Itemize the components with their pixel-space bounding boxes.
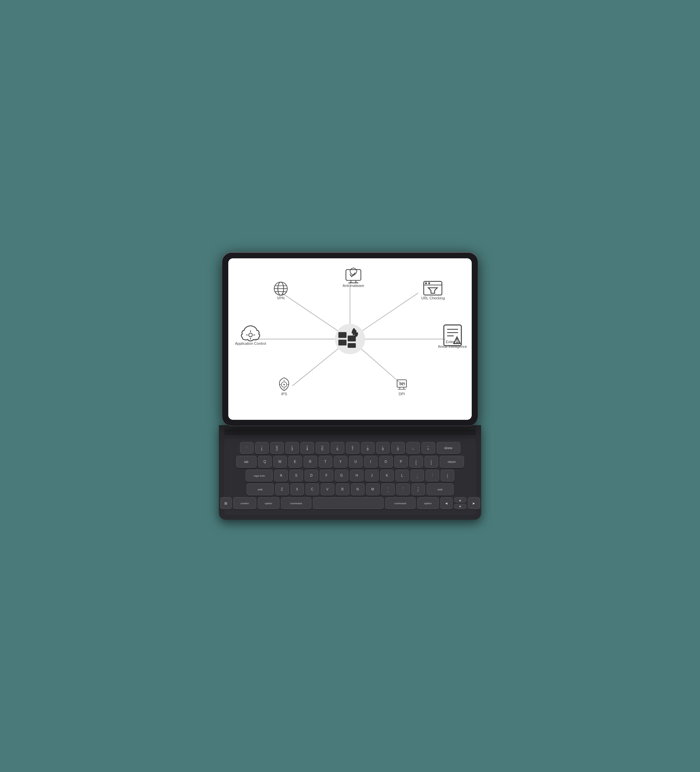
key-y[interactable]: Y	[334, 456, 347, 468]
vpn-node: VPN	[272, 277, 289, 300]
svg-point-36	[284, 384, 285, 385]
key-space[interactable]	[313, 497, 383, 509]
key-k[interactable]: K	[380, 469, 394, 482]
key-e[interactable]: E	[289, 456, 302, 468]
key-g[interactable]: G	[335, 469, 348, 482]
key-u[interactable]: U	[349, 456, 362, 468]
key-w[interactable]: W	[273, 456, 287, 468]
key-7[interactable]: &7	[346, 442, 359, 454]
key-n[interactable]: N	[351, 483, 364, 496]
key-command-left[interactable]: command	[281, 497, 311, 509]
key-backtick[interactable]: ~`	[240, 442, 253, 454]
key-9[interactable]: (9	[376, 442, 390, 454]
key-shift-left[interactable]: shift	[247, 483, 274, 496]
key-period[interactable]: >.	[397, 483, 410, 496]
key-quote[interactable]: "'	[426, 469, 439, 482]
key-tab[interactable]: tab	[237, 456, 256, 468]
svg-rect-29	[444, 325, 461, 346]
key-control[interactable]: control	[233, 497, 256, 509]
ips-node: IPS	[275, 373, 293, 396]
firewall-icon	[335, 324, 365, 354]
ips-icon	[275, 373, 293, 390]
key-8[interactable]: *8	[361, 442, 375, 454]
key-d[interactable]: D	[305, 469, 318, 482]
key-arrow-up[interactable]: ▲	[454, 497, 466, 503]
key-b[interactable]: B	[336, 483, 349, 496]
app-control-icon	[242, 322, 259, 340]
key-bracket-l[interactable]: {[	[410, 456, 423, 468]
keyboard-area: ~` !1 @2 #3 $4 %5 ^6 &7 *8 (9 )0 _− += d…	[224, 438, 476, 515]
key-q[interactable]: Q	[258, 456, 272, 468]
key-t[interactable]: T	[319, 456, 332, 468]
key-4[interactable]: $4	[300, 442, 314, 454]
tablet-screen: VPN	[228, 258, 472, 420]
key-row-1: ~` !1 @2 #3 $4 %5 ^6 &7 *8 (9 )0 _− += d…	[227, 442, 473, 454]
key-1[interactable]: !1	[255, 442, 269, 454]
arrow-ud-group: ▲ ▼	[454, 497, 466, 509]
key-i[interactable]: I	[364, 456, 378, 468]
svg-point-22	[425, 282, 427, 284]
key-j[interactable]: J	[365, 469, 379, 482]
dpi-node: DPI DPI	[393, 373, 411, 396]
key-r[interactable]: R	[303, 456, 317, 468]
key-3[interactable]: #3	[286, 442, 299, 454]
key-5[interactable]: %5	[316, 442, 329, 454]
key-delete[interactable]: delete	[437, 442, 460, 454]
key-arrow-left[interactable]: ◄	[441, 497, 452, 509]
key-m[interactable]: M	[366, 483, 380, 496]
key-l[interactable]: L	[395, 469, 409, 482]
anti-malware-icon	[344, 264, 362, 282]
anti-malware-node: Anti-malware	[343, 264, 364, 288]
key-2[interactable]: @2	[270, 442, 284, 454]
dpi-icon: DPI	[393, 373, 411, 390]
key-shift-right[interactable]: shift	[427, 483, 454, 496]
firewall-center-node	[335, 324, 365, 354]
external-threat-icon	[444, 321, 461, 338]
svg-text:DPI: DPI	[400, 382, 405, 386]
key-caps-lock[interactable]: caps lock	[246, 469, 272, 482]
key-z[interactable]: Z	[275, 483, 289, 496]
key-semicolon[interactable]: :;	[411, 469, 424, 482]
key-option-left[interactable]: option	[258, 497, 279, 509]
url-checking-node: URL Checking	[421, 277, 445, 300]
key-a[interactable]: A	[274, 469, 288, 482]
key-row-4: shift Z X C V B N M <, >. ?/ shift	[227, 483, 473, 496]
key-arrow-down[interactable]: ▼	[454, 504, 466, 509]
svg-rect-10	[348, 343, 356, 348]
key-backslash[interactable]: |\	[441, 469, 454, 482]
key-row-5: ⊞ control option command command option …	[227, 497, 473, 509]
key-v[interactable]: V	[321, 483, 334, 496]
key-o[interactable]: O	[379, 456, 393, 468]
key-minus[interactable]: _−	[406, 442, 420, 454]
key-fn-win[interactable]: ⊞	[220, 497, 232, 509]
tablet: VPN	[222, 252, 478, 426]
svg-point-34	[457, 342, 458, 343]
key-h[interactable]: H	[350, 469, 364, 482]
key-0[interactable]: )0	[392, 442, 405, 454]
svg-rect-7	[338, 332, 346, 338]
svg-rect-8	[338, 340, 346, 345]
key-p[interactable]: P	[394, 456, 408, 468]
key-bracket-r[interactable]: }]	[425, 456, 438, 468]
key-row-3: caps lock A S D F G H J K L :; "' |\	[227, 469, 473, 482]
key-f[interactable]: F	[320, 469, 333, 482]
key-slash[interactable]: ?/	[411, 483, 425, 496]
key-command-right[interactable]: command	[385, 497, 416, 509]
key-c[interactable]: C	[306, 483, 319, 496]
diagram: VPN	[228, 258, 472, 420]
app-control-node: Application Control	[235, 322, 266, 346]
key-s[interactable]: S	[289, 469, 303, 482]
key-comma[interactable]: <,	[381, 483, 395, 496]
key-equals[interactable]: +=	[422, 442, 435, 454]
key-option-right[interactable]: option	[417, 497, 439, 509]
key-6[interactable]: ^6	[331, 442, 344, 454]
key-x[interactable]: X	[290, 483, 304, 496]
key-arrow-right[interactable]: ►	[468, 497, 480, 509]
url-checking-icon	[424, 277, 442, 294]
external-threat-node: External threat intelligence	[438, 321, 467, 349]
svg-point-23	[428, 282, 430, 284]
device-wrapper: VPN	[219, 252, 481, 520]
key-row-2: tab Q W E R T Y U I O P {[ }] return	[227, 456, 473, 468]
key-return[interactable]: return	[440, 456, 464, 468]
keyboard-connector	[224, 429, 476, 435]
